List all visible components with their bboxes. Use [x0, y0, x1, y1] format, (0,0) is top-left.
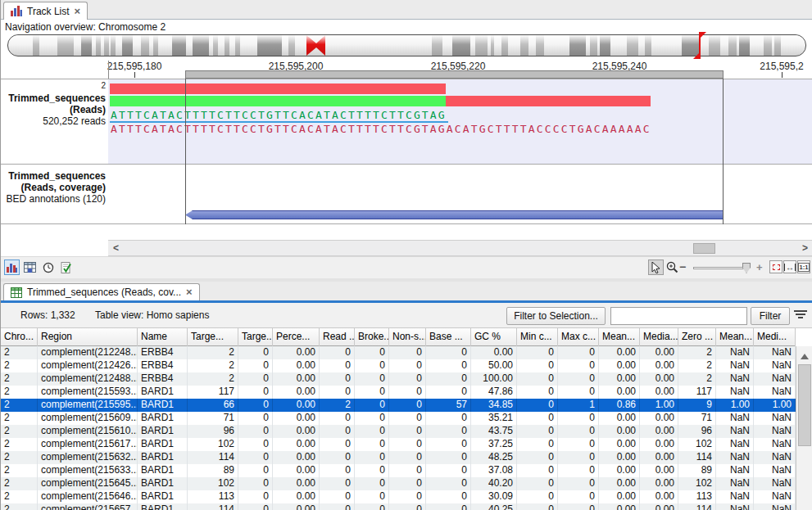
table-row[interactable]: 2complement(215645...BARD110200.00000040… — [1, 477, 796, 490]
table-row[interactable]: 2complement(215632...BARD111400.00000048… — [1, 451, 796, 464]
column-header[interactable]: Medi... — [754, 328, 796, 346]
table-row[interactable]: 2complement(215593...BARD111700.00000047… — [1, 386, 796, 399]
close-icon[interactable]: × — [186, 288, 193, 296]
table-row[interactable]: 2complement(212488...ERBB4200.000000100.… — [1, 372, 796, 386]
table-cell: BARD1 — [138, 490, 188, 503]
read-bar-overlap[interactable] — [110, 96, 446, 106]
one-to-one-button[interactable]: 1:1 — [797, 260, 810, 273]
track-view-button[interactable] — [4, 260, 20, 275]
reads-track-title2: (Reads) — [1, 104, 106, 115]
zoom-slider-thumb[interactable] — [742, 263, 751, 273]
track-list-tabbar: Track List × — [1, 0, 812, 20]
table-cell: 102 — [678, 477, 716, 490]
table-cell: 2 — [1, 399, 38, 412]
filter-input[interactable] — [610, 307, 747, 325]
table-cell: complement(215595... — [38, 399, 138, 412]
zoom-out-button[interactable]: − — [679, 260, 686, 273]
advanced-filter-button[interactable] — [794, 310, 807, 318]
table-cell: 1.00 — [640, 399, 678, 412]
read-bar-reverse[interactable] — [446, 96, 651, 106]
fit-width-button[interactable]: ↔ — [783, 260, 796, 273]
table-cell: complement(215593... — [38, 386, 138, 399]
element-info-button[interactable] — [58, 260, 74, 275]
chromosome-band — [491, 35, 494, 56]
column-header[interactable]: Read ... — [320, 328, 355, 346]
table-cell: 2 — [1, 438, 38, 451]
bed-annotation-bar[interactable] — [185, 210, 724, 219]
column-header[interactable]: Region — [38, 328, 138, 346]
table-row[interactable]: 2complement(212248...ERBB4200.0000000.00… — [1, 346, 796, 359]
column-header[interactable]: Min c... — [517, 328, 558, 346]
table-cell: NaN — [716, 490, 754, 503]
column-header[interactable]: Media... — [640, 328, 678, 346]
cursor-tool-button[interactable] — [648, 260, 664, 275]
chromosome-band — [81, 35, 92, 56]
scroll-left-arrow[interactable]: < — [113, 242, 119, 254]
table-cell: 2 — [1, 372, 38, 386]
table-vscrollbar[interactable] — [796, 346, 812, 510]
zoom-tool-button[interactable] — [665, 260, 680, 275]
table-row[interactable]: 2complement(215657...BARD111400.00000040… — [1, 503, 796, 510]
table-view-button[interactable] — [22, 260, 38, 275]
tab-table-view[interactable]: Trimmed_sequences (Reads, cov... × — [3, 283, 200, 300]
table-cell: 0 — [320, 412, 355, 425]
vscroll-thumb[interactable] — [798, 364, 811, 446]
chromosome-band — [728, 35, 737, 56]
table-cell: 0 — [355, 399, 389, 412]
column-header[interactable]: Targe... — [238, 328, 273, 346]
ruler-selection-bar[interactable] — [185, 70, 724, 79]
column-header[interactable]: Mean... — [716, 328, 754, 346]
scroll-right-arrow[interactable]: > — [802, 242, 808, 254]
zoom-slider[interactable] — [693, 267, 749, 269]
history-view-button[interactable] — [40, 260, 56, 275]
table-row[interactable]: 2complement(212426...ERBB4200.00000050.0… — [1, 359, 796, 372]
chromosome-ideogram[interactable] — [7, 34, 806, 56]
table-cell: 0.00 — [273, 477, 320, 490]
scroll-up-button[interactable] — [796, 350, 812, 359]
table-cell: NaN — [716, 359, 754, 372]
table-row[interactable]: 2complement(215595...BARD16600.002005734… — [1, 399, 796, 412]
table-row[interactable]: 2complement(215646...BARD111300.00000030… — [1, 490, 796, 503]
tab-track-list[interactable]: Track List × — [3, 2, 88, 20]
table-cell: 0.00 — [599, 490, 640, 503]
zoom-to-selection-button[interactable] — [769, 260, 783, 273]
table-cell: 0 — [355, 438, 389, 451]
column-header[interactable]: GC % — [471, 328, 517, 346]
filter-to-selection-button[interactable]: Filter to Selection... — [506, 307, 606, 325]
column-header[interactable]: Mean... — [599, 328, 640, 346]
hscroll-thumb[interactable] — [693, 243, 715, 254]
reads-track-title: Trimmed_sequences — [1, 93, 106, 104]
track-hscrollbar[interactable]: < > — [108, 240, 812, 256]
table-row[interactable]: 2complement(215609...BARD17100.00000035.… — [1, 412, 796, 425]
table-cell: NaN — [754, 346, 796, 359]
table-cell: 2 — [1, 503, 38, 510]
table-row[interactable]: 2complement(215633...BARD18900.00000037.… — [1, 464, 796, 477]
table-row[interactable]: 2complement(215610...BARD19600.00000043.… — [1, 425, 796, 438]
column-header[interactable]: Base ... — [426, 328, 471, 346]
column-header[interactable]: Targe... — [188, 328, 238, 346]
table-cell: 0 — [355, 503, 389, 510]
table-cell: NaN — [754, 477, 796, 490]
selection-line-left — [185, 79, 186, 224]
table-cell: 66 — [188, 399, 238, 412]
column-header[interactable]: Zero ... — [678, 328, 716, 346]
close-icon[interactable]: × — [75, 7, 81, 16]
chromosome-band — [590, 35, 597, 56]
centromere-left — [306, 35, 316, 56]
column-header[interactable]: Broke... — [355, 328, 389, 346]
table-cell: complement(212426... — [38, 359, 138, 372]
filter-button[interactable]: Filter — [751, 307, 790, 325]
read-bar-forward[interactable] — [110, 83, 446, 94]
table-row[interactable]: 2complement(215617...BARD110200.00000037… — [1, 438, 796, 451]
column-header[interactable]: Name — [138, 328, 188, 346]
zoom-in-button[interactable]: + — [756, 261, 763, 273]
magnifier-icon — [666, 261, 678, 273]
column-header[interactable]: Perce... — [273, 328, 320, 346]
table-cell: 114 — [188, 451, 238, 464]
column-header[interactable]: Chro... — [1, 328, 38, 346]
table-cell: 0.00 — [273, 346, 320, 359]
table-cell: 114 — [188, 503, 238, 510]
chromosome-band — [193, 35, 209, 56]
column-header[interactable]: Non-s... — [389, 328, 426, 346]
column-header[interactable]: Max c... — [558, 328, 599, 346]
